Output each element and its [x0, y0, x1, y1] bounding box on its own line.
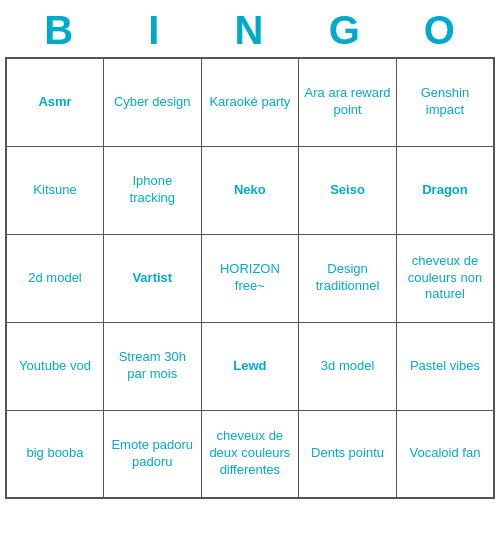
cell-r2-c4: cheveux de couleurs non naturel [396, 234, 494, 322]
cell-r1-c1: Iphone tracking [104, 146, 202, 234]
cell-r0-c4: Genshin impact [396, 58, 494, 146]
cell-r0-c0: Asmr [6, 58, 104, 146]
table-row: big boobaEmote padoru padorucheveux de d… [6, 410, 494, 498]
cell-r1-c2: Neko [201, 146, 299, 234]
bingo-header: BINGO [0, 0, 500, 57]
cell-r1-c0: Kitsune [6, 146, 104, 234]
cell-r2-c0: 2d model [6, 234, 104, 322]
bingo-letter-o: O [393, 8, 488, 53]
bingo-grid: AsmrCyber designKaraoké partyAra ara rew… [5, 57, 495, 499]
cell-r0-c2: Karaoké party [201, 58, 299, 146]
cell-r2-c3: Design traditionnel [299, 234, 397, 322]
table-row: AsmrCyber designKaraoké partyAra ara rew… [6, 58, 494, 146]
cell-r4-c4: Vocaloid fan [396, 410, 494, 498]
bingo-letter-n: N [202, 8, 297, 53]
bingo-letter-i: I [107, 8, 202, 53]
table-row: 2d modelVartistHORIZON free~Design tradi… [6, 234, 494, 322]
bingo-letter-b: B [12, 8, 107, 53]
cell-r3-c1: Stream 30h par mois [104, 322, 202, 410]
cell-r3-c4: Pastel vibes [396, 322, 494, 410]
cell-r2-c2: HORIZON free~ [201, 234, 299, 322]
cell-r0-c1: Cyber design [104, 58, 202, 146]
cell-r0-c3: Ara ara reward point [299, 58, 397, 146]
table-row: KitsuneIphone trackingNekoSeisoDragon [6, 146, 494, 234]
cell-r1-c3: Seiso [299, 146, 397, 234]
grid-body: AsmrCyber designKaraoké partyAra ara rew… [6, 58, 494, 498]
cell-r2-c1: Vartist [104, 234, 202, 322]
cell-r4-c2: cheveux de deux couleurs differentes [201, 410, 299, 498]
cell-r4-c3: Dents pointu [299, 410, 397, 498]
cell-r4-c0: big booba [6, 410, 104, 498]
cell-r3-c2: Lewd [201, 322, 299, 410]
cell-r1-c4: Dragon [396, 146, 494, 234]
cell-r3-c3: 3d model [299, 322, 397, 410]
cell-r3-c0: Youtube vod [6, 322, 104, 410]
table-row: Youtube vodStream 30h par moisLewd3d mod… [6, 322, 494, 410]
bingo-letter-g: G [298, 8, 393, 53]
cell-r4-c1: Emote padoru padoru [104, 410, 202, 498]
